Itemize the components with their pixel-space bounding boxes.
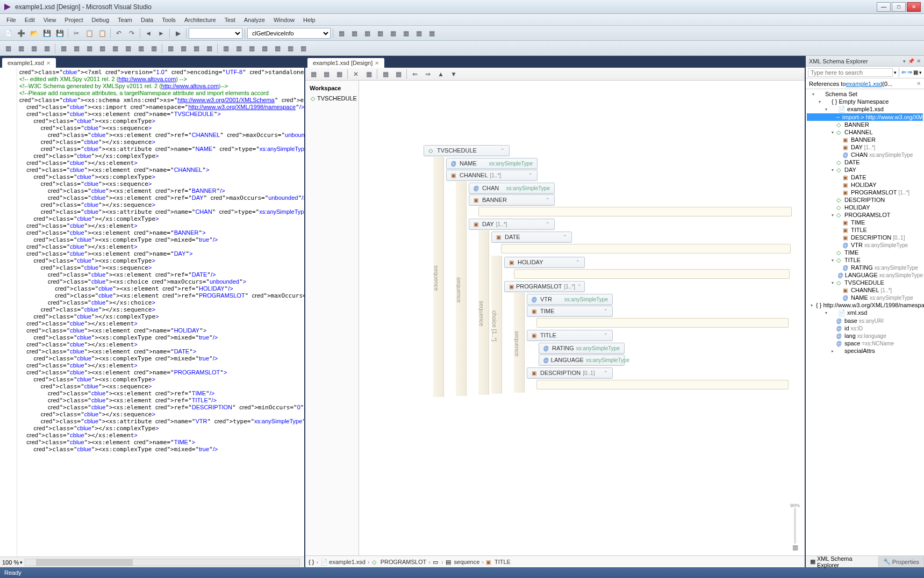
paste-button[interactable]: 📋 bbox=[96, 27, 108, 39]
collapse-icon[interactable]: ⌃ bbox=[528, 172, 533, 178]
collapse-icon[interactable]: ⌃ bbox=[563, 234, 567, 240]
tree-node[interactable]: DATE bbox=[807, 174, 923, 181]
tab-properties[interactable]: 🔧 Properties bbox=[879, 556, 924, 567]
tb-icon[interactable]: ▦ bbox=[109, 42, 121, 54]
tree-node[interactable]: LANGUAGE xs:anySimpleType bbox=[807, 271, 923, 279]
redo-button[interactable]: ↷ bbox=[126, 27, 138, 39]
schema-node-tvschedule[interactable]: TVSCHEDULE ⌃ bbox=[424, 145, 510, 156]
menu-architecture[interactable]: Architecture bbox=[180, 16, 220, 24]
design-tab[interactable]: example1.xsd [Design] ✕ bbox=[307, 58, 384, 68]
tb-icon[interactable]: ▦ bbox=[361, 27, 373, 39]
search-input[interactable] bbox=[808, 68, 893, 77]
menu-help[interactable]: Help bbox=[299, 16, 320, 24]
add-item-button[interactable]: ➕ bbox=[15, 27, 27, 39]
menu-data[interactable]: Data bbox=[137, 16, 157, 24]
content-slot[interactable] bbox=[478, 207, 792, 216]
close-icon[interactable]: ✕ bbox=[916, 81, 921, 86]
menu-file[interactable]: File bbox=[2, 16, 20, 24]
collapse-icon[interactable]: ⌃ bbox=[604, 308, 608, 314]
tree-node[interactable]: lang xs:language bbox=[807, 332, 923, 339]
tb-icon[interactable]: ▦ bbox=[259, 42, 270, 54]
nav-fwd-button[interactable]: ► bbox=[155, 27, 167, 39]
tree-node[interactable]: BANNER bbox=[807, 121, 923, 128]
bc-sequence[interactable]: sequence bbox=[454, 559, 480, 565]
tree-node[interactable]: ▾DAY bbox=[807, 166, 923, 174]
tb-icon[interactable]: ▦ bbox=[2, 42, 14, 54]
dtb-icon[interactable]: ▦ bbox=[320, 68, 332, 80]
tree-node[interactable]: PROGRAMSLOT [1..*] bbox=[807, 189, 923, 196]
dtb-icon[interactable]: ⇒ bbox=[422, 68, 434, 80]
tree-node[interactable]: ▸specialAttrs bbox=[807, 347, 923, 355]
tab-schema-explorer[interactable]: ▦ XML Schema Explorer bbox=[806, 556, 879, 567]
tb-icon[interactable]: ▦ bbox=[70, 42, 82, 54]
tree-node[interactable]: HOLIDAY bbox=[807, 181, 923, 189]
copy-button[interactable]: 📋 bbox=[83, 27, 95, 39]
dtb-icon[interactable]: ▲ bbox=[435, 68, 447, 80]
tree-node[interactable]: space =xs:NCName bbox=[807, 339, 923, 347]
schema-node-description[interactable]: DESCRIPTION [0..1] ⌃ bbox=[527, 367, 613, 379]
zoom-dropdown-icon[interactable]: ▾ bbox=[20, 560, 23, 565]
config-combo[interactable] bbox=[189, 28, 242, 39]
collapse-icon[interactable]: ⌃ bbox=[576, 259, 580, 265]
schema-node-chan[interactable]: CHAN xs:anySimpleType bbox=[469, 183, 555, 194]
schema-node-day[interactable]: DAY [1..*] ⌃ bbox=[469, 219, 555, 230]
refs-link[interactable]: example1.xsd bbox=[846, 81, 882, 87]
menu-view[interactable]: View bbox=[39, 16, 61, 24]
collapse-icon[interactable]: ⌃ bbox=[604, 333, 608, 338]
tree-node[interactable]: VTR xs:anySimpleType bbox=[807, 241, 923, 249]
schema-node-date[interactable]: DATE ⌃ bbox=[491, 232, 572, 243]
tree-node[interactable]: CHAN xs:anySimpleType bbox=[807, 151, 923, 158]
schema-node-vtr[interactable]: VTR xs:anySimpleType bbox=[527, 294, 613, 305]
schema-node-rating[interactable]: RATING xs:anySimpleType bbox=[539, 343, 625, 354]
close-icon[interactable]: ✕ bbox=[375, 60, 379, 66]
tb-icon[interactable]: ▦ bbox=[426, 27, 438, 39]
tree-node[interactable]: DAY [1..*] bbox=[807, 143, 923, 151]
tb-icon[interactable]: ▦ bbox=[220, 42, 232, 54]
content-slot[interactable] bbox=[514, 269, 790, 279]
new-project-button[interactable]: 📄 bbox=[2, 27, 14, 39]
undo-button[interactable]: ↶ bbox=[113, 27, 125, 39]
tree-node[interactable]: ▾PROGRAMSLOT bbox=[807, 211, 923, 219]
menu-tools[interactable]: Tools bbox=[157, 16, 180, 24]
dtb-icon[interactable]: ▦ bbox=[307, 68, 319, 80]
tb-icon[interactable]: ▦ bbox=[233, 42, 245, 54]
bc-programslot[interactable]: PROGRAMSLOT bbox=[381, 559, 427, 565]
collapse-icon[interactable]: ⌃ bbox=[546, 197, 550, 203]
dtb-icon[interactable]: ▼ bbox=[448, 68, 460, 80]
tb-icon[interactable]: ▦ bbox=[335, 27, 347, 39]
tb-icon[interactable]: ▦ bbox=[177, 42, 189, 54]
tree-node[interactable]: TITLE bbox=[807, 226, 923, 234]
tree-node[interactable]: ▾TITLE bbox=[807, 256, 923, 264]
menu-project[interactable]: Project bbox=[60, 16, 87, 24]
tb-icon[interactable]: ▦ bbox=[246, 42, 257, 54]
tree-node[interactable]: ▾Schema Set bbox=[807, 90, 923, 98]
options-icon[interactable]: ▦ bbox=[913, 69, 918, 75]
collapse-icon[interactable]: ⌃ bbox=[546, 221, 550, 227]
menu-team[interactable]: Team bbox=[113, 16, 137, 24]
open-button[interactable]: 📂 bbox=[28, 27, 40, 39]
tree-node[interactable]: NAME xs:anySimpleType bbox=[807, 294, 923, 301]
dtb-icon[interactable]: ✕ bbox=[350, 68, 362, 80]
minimize-button[interactable]: — bbox=[877, 2, 891, 12]
tb-icon[interactable]: ▦ bbox=[164, 42, 176, 54]
collapse-icon[interactable]: ⌃ bbox=[604, 370, 608, 375]
tree-node[interactable]: → import-> http://www.w3.org/XM bbox=[807, 113, 923, 121]
tb-icon[interactable]: ▦ bbox=[28, 42, 40, 54]
dtb-icon[interactable]: ⇐ bbox=[409, 68, 421, 80]
collapse-icon[interactable]: ⌃ bbox=[577, 284, 582, 289]
dropdown-icon[interactable]: ▾ bbox=[919, 70, 922, 75]
find-combo[interactable]: clGetDeviceInfo bbox=[247, 28, 331, 39]
tb-icon[interactable]: ▦ bbox=[148, 42, 160, 54]
nav-back-button[interactable]: ◄ bbox=[142, 27, 154, 39]
tree-node[interactable]: ▾📄 example1.xsd bbox=[807, 105, 923, 113]
tb-icon[interactable]: ▦ bbox=[203, 42, 215, 54]
schema-node-time[interactable]: TIME ⌃ bbox=[527, 306, 613, 317]
tb-icon[interactable]: ▦ bbox=[374, 27, 386, 39]
maximize-button[interactable]: □ bbox=[892, 2, 906, 12]
editor-tab-example1[interactable]: example1.xsd ✕ bbox=[2, 58, 56, 68]
content-slot[interactable] bbox=[536, 380, 789, 389]
tree-node[interactable]: TIME bbox=[807, 249, 923, 256]
dtb-icon[interactable]: ▦ bbox=[333, 68, 345, 80]
tb-icon[interactable]: ▦ bbox=[15, 42, 27, 54]
schema-node-channel[interactable]: CHANNEL [1..*] ⌃ bbox=[446, 170, 538, 181]
